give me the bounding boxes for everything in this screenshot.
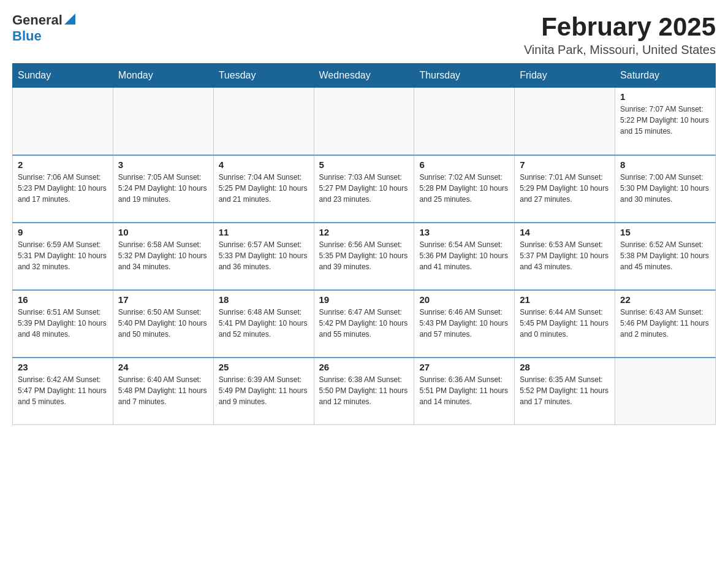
weekday-header-saturday: Saturday [615, 64, 716, 88]
title-section: February 2025 Vinita Park, Missouri, Uni… [524, 12, 716, 57]
calendar-title: February 2025 [524, 12, 716, 42]
calendar-week-row: 23Sunrise: 6:42 AM Sunset: 5:47 PM Dayli… [13, 358, 716, 425]
day-info: Sunrise: 6:57 AM Sunset: 5:33 PM Dayligh… [219, 239, 309, 272]
day-info: Sunrise: 6:39 AM Sunset: 5:49 PM Dayligh… [219, 374, 309, 407]
day-number: 15 [620, 227, 710, 237]
calendar-cell: 26Sunrise: 6:38 AM Sunset: 5:50 PM Dayli… [314, 358, 414, 425]
calendar-cell: 8Sunrise: 7:00 AM Sunset: 5:30 PM Daylig… [615, 155, 716, 223]
day-number: 23 [18, 362, 108, 372]
logo-blue-text: Blue [12, 28, 42, 44]
calendar-cell: 4Sunrise: 7:04 AM Sunset: 5:25 PM Daylig… [213, 155, 314, 223]
calendar-week-row: 1Sunrise: 7:07 AM Sunset: 5:22 PM Daylig… [13, 88, 716, 155]
calendar-cell: 24Sunrise: 6:40 AM Sunset: 5:48 PM Dayli… [113, 358, 213, 425]
day-number: 17 [118, 294, 208, 305]
calendar-cell: 12Sunrise: 6:56 AM Sunset: 5:35 PM Dayli… [314, 223, 414, 290]
weekday-header-thursday: Thursday [414, 64, 515, 88]
weekday-header-monday: Monday [113, 64, 213, 88]
day-info: Sunrise: 7:04 AM Sunset: 5:25 PM Dayligh… [219, 172, 309, 205]
day-number: 1 [620, 91, 710, 102]
day-info: Sunrise: 7:01 AM Sunset: 5:29 PM Dayligh… [520, 172, 610, 205]
day-info: Sunrise: 6:56 AM Sunset: 5:35 PM Dayligh… [319, 239, 409, 272]
day-number: 4 [219, 159, 309, 170]
calendar-cell: 9Sunrise: 6:59 AM Sunset: 5:31 PM Daylig… [13, 223, 113, 290]
day-number: 5 [319, 159, 409, 170]
calendar-cell: 10Sunrise: 6:58 AM Sunset: 5:32 PM Dayli… [113, 223, 213, 290]
calendar-cell: 17Sunrise: 6:50 AM Sunset: 5:40 PM Dayli… [113, 290, 213, 358]
day-info: Sunrise: 6:43 AM Sunset: 5:46 PM Dayligh… [620, 307, 710, 340]
day-info: Sunrise: 6:52 AM Sunset: 5:38 PM Dayligh… [620, 239, 710, 272]
day-info: Sunrise: 7:05 AM Sunset: 5:24 PM Dayligh… [118, 172, 208, 205]
weekday-header-wednesday: Wednesday [314, 64, 414, 88]
calendar-cell [615, 358, 716, 425]
svg-marker-0 [64, 13, 75, 25]
calendar-cell: 5Sunrise: 7:03 AM Sunset: 5:27 PM Daylig… [314, 155, 414, 223]
calendar-cell: 11Sunrise: 6:57 AM Sunset: 5:33 PM Dayli… [213, 223, 314, 290]
logo: General Blue [12, 12, 75, 44]
day-info: Sunrise: 7:07 AM Sunset: 5:22 PM Dayligh… [620, 104, 710, 137]
day-number: 16 [18, 294, 108, 305]
day-number: 9 [18, 227, 108, 237]
calendar-cell [213, 88, 314, 155]
calendar-cell: 27Sunrise: 6:36 AM Sunset: 5:51 PM Dayli… [414, 358, 515, 425]
calendar-cell: 7Sunrise: 7:01 AM Sunset: 5:29 PM Daylig… [515, 155, 615, 223]
calendar-cell: 15Sunrise: 6:52 AM Sunset: 5:38 PM Dayli… [615, 223, 716, 290]
calendar-header-row: SundayMondayTuesdayWednesdayThursdayFrid… [13, 64, 716, 88]
calendar-cell: 28Sunrise: 6:35 AM Sunset: 5:52 PM Dayli… [515, 358, 615, 425]
day-number: 24 [118, 362, 208, 372]
day-number: 8 [620, 159, 710, 170]
weekday-header-sunday: Sunday [13, 64, 113, 88]
day-info: Sunrise: 7:02 AM Sunset: 5:28 PM Dayligh… [419, 172, 509, 205]
day-number: 10 [118, 227, 208, 237]
calendar-cell: 6Sunrise: 7:02 AM Sunset: 5:28 PM Daylig… [414, 155, 515, 223]
day-number: 12 [319, 227, 409, 237]
day-number: 28 [520, 362, 610, 372]
calendar-week-row: 9Sunrise: 6:59 AM Sunset: 5:31 PM Daylig… [13, 223, 716, 290]
day-number: 20 [419, 294, 509, 305]
day-info: Sunrise: 6:53 AM Sunset: 5:37 PM Dayligh… [520, 239, 610, 272]
calendar-cell: 18Sunrise: 6:48 AM Sunset: 5:41 PM Dayli… [213, 290, 314, 358]
day-number: 13 [419, 227, 509, 237]
day-number: 18 [219, 294, 309, 305]
day-info: Sunrise: 6:58 AM Sunset: 5:32 PM Dayligh… [118, 239, 208, 272]
calendar-cell: 23Sunrise: 6:42 AM Sunset: 5:47 PM Dayli… [13, 358, 113, 425]
day-number: 11 [219, 227, 309, 237]
day-number: 6 [419, 159, 509, 170]
calendar-table: SundayMondayTuesdayWednesdayThursdayFrid… [12, 63, 716, 425]
day-info: Sunrise: 6:44 AM Sunset: 5:45 PM Dayligh… [520, 307, 610, 340]
calendar-cell: 14Sunrise: 6:53 AM Sunset: 5:37 PM Dayli… [515, 223, 615, 290]
calendar-cell: 16Sunrise: 6:51 AM Sunset: 5:39 PM Dayli… [13, 290, 113, 358]
page-header: General Blue February 2025 Vinita Park, … [12, 12, 716, 57]
weekday-header-friday: Friday [515, 64, 615, 88]
logo-triangle-icon [64, 13, 75, 25]
day-info: Sunrise: 6:59 AM Sunset: 5:31 PM Dayligh… [18, 239, 108, 272]
day-info: Sunrise: 7:03 AM Sunset: 5:27 PM Dayligh… [319, 172, 409, 205]
day-info: Sunrise: 6:36 AM Sunset: 5:51 PM Dayligh… [419, 374, 509, 407]
day-info: Sunrise: 6:48 AM Sunset: 5:41 PM Dayligh… [219, 307, 309, 340]
calendar-cell [414, 88, 515, 155]
calendar-week-row: 2Sunrise: 7:06 AM Sunset: 5:23 PM Daylig… [13, 155, 716, 223]
day-info: Sunrise: 7:00 AM Sunset: 5:30 PM Dayligh… [620, 172, 710, 205]
day-number: 27 [419, 362, 509, 372]
day-number: 2 [18, 159, 108, 170]
calendar-cell: 19Sunrise: 6:47 AM Sunset: 5:42 PM Dayli… [314, 290, 414, 358]
calendar-cell [515, 88, 615, 155]
weekday-header-tuesday: Tuesday [213, 64, 314, 88]
calendar-cell: 13Sunrise: 6:54 AM Sunset: 5:36 PM Dayli… [414, 223, 515, 290]
calendar-body: 1Sunrise: 7:07 AM Sunset: 5:22 PM Daylig… [13, 88, 716, 425]
day-info: Sunrise: 6:42 AM Sunset: 5:47 PM Dayligh… [18, 374, 108, 407]
calendar-cell: 25Sunrise: 6:39 AM Sunset: 5:49 PM Dayli… [213, 358, 314, 425]
day-info: Sunrise: 6:54 AM Sunset: 5:36 PM Dayligh… [419, 239, 509, 272]
day-number: 7 [520, 159, 610, 170]
day-info: Sunrise: 6:50 AM Sunset: 5:40 PM Dayligh… [118, 307, 208, 340]
day-number: 26 [319, 362, 409, 372]
calendar-week-row: 16Sunrise: 6:51 AM Sunset: 5:39 PM Dayli… [13, 290, 716, 358]
day-number: 19 [319, 294, 409, 305]
calendar-cell: 21Sunrise: 6:44 AM Sunset: 5:45 PM Dayli… [515, 290, 615, 358]
calendar-cell: 1Sunrise: 7:07 AM Sunset: 5:22 PM Daylig… [615, 88, 716, 155]
calendar-cell [113, 88, 213, 155]
logo-general-text: General [12, 12, 63, 28]
day-info: Sunrise: 6:47 AM Sunset: 5:42 PM Dayligh… [319, 307, 409, 340]
day-number: 22 [620, 294, 710, 305]
calendar-cell: 3Sunrise: 7:05 AM Sunset: 5:24 PM Daylig… [113, 155, 213, 223]
day-info: Sunrise: 7:06 AM Sunset: 5:23 PM Dayligh… [18, 172, 108, 205]
